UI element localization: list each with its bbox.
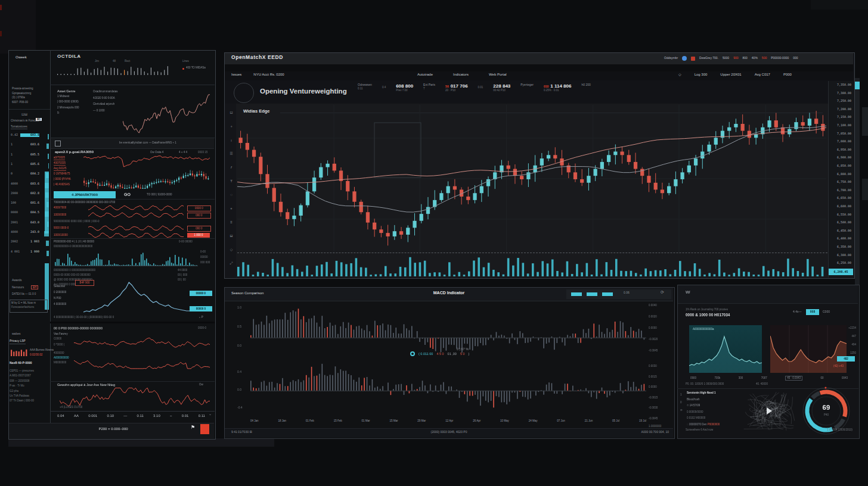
panelD-row-value[interactable]: 0000 0 [187, 205, 211, 211]
tool-icon-3[interactable]: ☰ [227, 152, 235, 156]
tool-icon-1[interactable]: ＋ [227, 124, 235, 129]
book-qty[interactable]: 2002 [11, 240, 18, 244]
panelC-red-label[interactable]: 0 1979049/75 [54, 172, 70, 175]
book-price[interactable]: 605.6 [20, 163, 39, 166]
tool-icon-7[interactable]: ⌖ [227, 207, 235, 211]
book-price[interactable]: 603.8 [20, 133, 39, 137]
tool-icon-9[interactable]: ⊟ [227, 234, 235, 238]
right-axis-chip[interactable]: 482 [837, 356, 855, 362]
tool-icon-2[interactable]: ¡ [227, 138, 235, 142]
panelC-red-label[interactable]: | 0000 (P/VHA [54, 177, 71, 180]
panelD-row-label[interactable]: 1000/0000 [54, 213, 66, 216]
mode-chip[interactable]: M1 [36, 118, 42, 121]
menu-item[interactable]: Autotrade [417, 73, 433, 80]
panelD-row-value[interactable]: 000 0 [187, 226, 211, 232]
panelC-red-label[interactable]: 40070335 [54, 161, 66, 166]
panelD-row-label[interactable]: 9000 0000-0 [54, 226, 69, 229]
panel-icon[interactable]: ⊡⊟ [21, 113, 27, 117]
checkbox-icon[interactable] [55, 141, 61, 147]
swatch-button[interactable] [587, 292, 597, 296]
tool-icon-11[interactable]: ⤢ [227, 261, 235, 266]
book-qty[interactable]: 1 [11, 153, 13, 157]
book-price[interactable]: 243.0 [20, 230, 39, 234]
book-price[interactable]: 604.2 [20, 172, 39, 176]
panelC-red-label[interactable]: a0/T0005 [54, 156, 65, 160]
tool-icon-10[interactable]: ◇ [227, 248, 235, 252]
symbol-chip[interactable]: 4 JPMARKT000 [54, 191, 116, 198]
book-qty[interactable]: 4000 [11, 230, 18, 234]
book-price[interactable]: 643.0 [20, 221, 39, 225]
book-price[interactable]: 605.5 [20, 153, 39, 157]
tool-icon-4[interactable]: 𝑓 [227, 166, 235, 170]
cash-label[interactable]: C000 [823, 310, 830, 314]
book-qty[interactable]: 100 [11, 201, 16, 205]
book-qty[interactable]: 0.42 [11, 133, 18, 137]
swatch-button[interactable] [602, 292, 613, 296]
main-candlestick-chart[interactable] [237, 105, 826, 254]
panelD-row-value[interactable]: 000 0 [187, 213, 211, 219]
book-price[interactable]: 601.6 [20, 201, 39, 205]
tool-icon-8[interactable]: ≡ [227, 220, 235, 225]
book-qty[interactable]: 4 001 [11, 250, 20, 254]
stats-row: Odnewsen0.110.4608 800Prev 7.00Ext Paris… [358, 83, 829, 101]
panelE-cyan-chip[interactable]: 00000 0 [190, 291, 212, 296]
x-axis-label: 19 Jul [639, 419, 646, 425]
chart-scrollbar[interactable] [855, 78, 860, 285]
refresh-icon[interactable]: ⟳ [661, 290, 664, 295]
book-qty[interactable]: 0 [11, 172, 13, 176]
side-icon[interactable]: 1 [680, 393, 682, 396]
book-price[interactable]: 604.5 [20, 211, 39, 214]
panelC-red-label[interactable]: Avg 9/22/5 [54, 167, 66, 171]
book-price[interactable]: 603.6 [20, 143, 39, 147]
play-icon[interactable] [767, 407, 772, 415]
axis-label: 0.0040 [649, 304, 657, 307]
scrollbar-thumb[interactable] [855, 82, 860, 89]
side-icon[interactable]: 0 [680, 401, 682, 404]
privacy-link[interactable]: Privacy L5P [10, 339, 26, 344]
book-qty[interactable]: 2001 [11, 221, 18, 225]
collapse-icon[interactable]: ⌄ [209, 412, 212, 416]
menu-item[interactable]: Web Portal [489, 73, 507, 80]
panelE-cyan-chip[interactable]: 00000 0 [190, 306, 212, 311]
panelC-red-label[interactable]: | 40 ANDSAS [54, 183, 70, 186]
book-price[interactable]: 1 003 [20, 240, 39, 244]
network-chip[interactable]: EH [31, 285, 38, 289]
menu-item[interactable]: Log 300 [695, 73, 708, 80]
menu-item[interactable]: P000 [783, 73, 792, 80]
panelD-row-label[interactable]: 1000/10000 [54, 233, 68, 236]
side-icon[interactable]: ⟳ [680, 409, 683, 412]
stop-button[interactable] [200, 424, 209, 434]
price-axis-label: 6,300.00 [830, 254, 851, 257]
menu-item[interactable]: Avg C017 [755, 73, 770, 80]
tool-icon-0[interactable]: ⊡ [227, 111, 235, 115]
book-qty[interactable]: 4000 [11, 182, 18, 186]
book-qty[interactable]: 1 [11, 143, 13, 147]
macd-upper-histogram [250, 303, 646, 353]
book-price[interactable]: 1 000 [20, 250, 39, 254]
chip-icon[interactable] [691, 57, 695, 61]
menu-item[interactable]: ◇ [678, 73, 681, 80]
insight-line: 0.0102 M00000 [687, 416, 705, 419]
book-qty[interactable]: 1 [11, 163, 13, 166]
insight-chip[interactable]: 008 [806, 309, 819, 315]
menu-item[interactable]: Upper 20X01 [720, 73, 741, 80]
tool-icon-5[interactable]: T [227, 179, 235, 183]
divider [50, 199, 215, 200]
book-qty[interactable]: 2000 [11, 192, 18, 195]
ghost-icon[interactable] [682, 56, 687, 61]
menu-item[interactable]: Issues [231, 73, 241, 80]
book-price[interactable]: 603.6 [20, 182, 39, 186]
go-button[interactable]: GO [124, 192, 131, 197]
price-axis-label: 7,000.00 [830, 140, 851, 144]
panelD-row-value[interactable]: 1 000 0 [187, 233, 210, 238]
forecast-link[interactable]: Christmas's ⊞ Forecast [11, 119, 39, 122]
panelD-row-label[interactable]: 4000/7000 [54, 206, 66, 209]
menu-item[interactable]: NYU Acct Rs. 0200 [253, 73, 284, 80]
boxed-token[interactable]: 45 · 0.0043 [785, 376, 802, 380]
swatch-button[interactable] [571, 292, 582, 296]
tool-icon-6[interactable]: ◌ [227, 193, 235, 197]
flag-icon[interactable]: ⚑ [191, 425, 195, 430]
menu-item[interactable]: Indicators [453, 73, 469, 80]
book-price[interactable]: 602.8 [20, 192, 39, 195]
book-qty[interactable]: 0000 [11, 211, 18, 214]
